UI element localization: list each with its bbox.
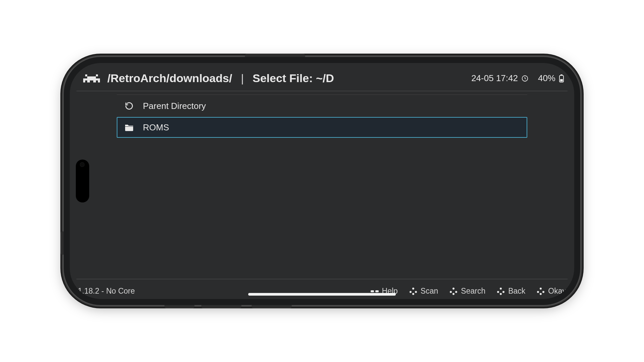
battery-icon bbox=[559, 74, 564, 83]
svg-point-17 bbox=[412, 293, 414, 295]
clock-icon bbox=[521, 75, 529, 82]
list-item-label: Parent Directory bbox=[143, 101, 206, 111]
footer-version: 1.18.2 - No Core bbox=[78, 287, 135, 296]
footer-action-label: Back bbox=[508, 287, 525, 296]
svg-point-19 bbox=[450, 291, 452, 293]
svg-point-22 bbox=[500, 288, 502, 290]
svg-point-16 bbox=[415, 291, 417, 293]
phone-button-side bbox=[60, 231, 64, 255]
svg-rect-2 bbox=[87, 76, 96, 78]
svg-rect-11 bbox=[560, 79, 563, 81]
folder-icon bbox=[124, 123, 134, 131]
svg-rect-4 bbox=[83, 78, 85, 82]
list-item-parent-directory[interactable]: Parent Directory bbox=[117, 96, 527, 116]
list-item-label: ROMS bbox=[143, 122, 169, 133]
svg-rect-13 bbox=[375, 290, 379, 292]
svg-rect-6 bbox=[87, 80, 90, 82]
status-datetime: 24-05 17:42 bbox=[471, 73, 518, 83]
phone-button-vol-up bbox=[201, 305, 241, 308]
svg-rect-10 bbox=[560, 74, 562, 75]
footer-action-search[interactable]: Search bbox=[449, 287, 485, 296]
svg-rect-7 bbox=[93, 80, 96, 82]
phone-button-mute bbox=[164, 305, 195, 308]
svg-point-21 bbox=[452, 293, 454, 295]
svg-point-24 bbox=[502, 291, 504, 293]
history-icon bbox=[124, 102, 134, 110]
svg-point-23 bbox=[497, 291, 499, 293]
header-subtitle: Select File: ~/D bbox=[253, 72, 334, 85]
svg-point-28 bbox=[542, 291, 544, 293]
ios-home-indicator[interactable] bbox=[248, 293, 396, 296]
footer-action-okay[interactable]: Okay bbox=[537, 287, 566, 296]
footer-action-label: Scan bbox=[421, 287, 438, 296]
file-list: Parent Directory ROMS bbox=[76, 91, 568, 279]
btn-cluster-icon bbox=[497, 287, 505, 295]
footer-action-label: Search bbox=[461, 287, 485, 296]
footer-action-scan[interactable]: Scan bbox=[409, 287, 438, 296]
btn-cluster-icon bbox=[409, 287, 417, 295]
phone-frame: /RetroArch/downloads/ | Select File: ~/D… bbox=[64, 57, 580, 305]
list-item-roms[interactable]: ROMS bbox=[117, 117, 527, 138]
status-battery: 40% bbox=[538, 73, 555, 83]
svg-rect-0 bbox=[85, 74, 87, 76]
svg-point-18 bbox=[452, 288, 454, 290]
svg-point-27 bbox=[537, 291, 539, 293]
svg-point-26 bbox=[540, 288, 542, 290]
svg-rect-5 bbox=[98, 78, 100, 82]
status-area: 24-05 17:42 40% bbox=[471, 73, 564, 83]
header-path: /RetroArch/downloads/ bbox=[107, 72, 232, 85]
btn-cluster-icon bbox=[537, 287, 545, 295]
footer-divider bbox=[76, 279, 568, 279]
phone-button-vol-dn bbox=[252, 305, 292, 308]
svg-rect-1 bbox=[96, 74, 98, 76]
btn-cluster-icon bbox=[449, 287, 458, 295]
svg-point-29 bbox=[540, 293, 542, 295]
svg-point-14 bbox=[412, 288, 414, 290]
retroarch-logo-icon bbox=[83, 72, 100, 84]
svg-rect-12 bbox=[371, 290, 374, 292]
svg-rect-3 bbox=[85, 78, 98, 80]
header-separator: | bbox=[241, 72, 244, 85]
list-top-divider bbox=[117, 95, 527, 95]
header-bar: /RetroArch/downloads/ | Select File: ~/D… bbox=[76, 63, 568, 91]
app-screen: /RetroArch/downloads/ | Select File: ~/D… bbox=[70, 63, 574, 299]
footer-action-label: Okay bbox=[548, 287, 566, 296]
phone-button-power bbox=[245, 54, 305, 57]
svg-point-15 bbox=[410, 291, 412, 293]
svg-point-20 bbox=[455, 291, 457, 293]
footer-bar: 1.18.2 - No Core Help bbox=[76, 279, 568, 299]
footer-action-back[interactable]: Back bbox=[497, 287, 525, 296]
svg-point-25 bbox=[500, 293, 502, 295]
